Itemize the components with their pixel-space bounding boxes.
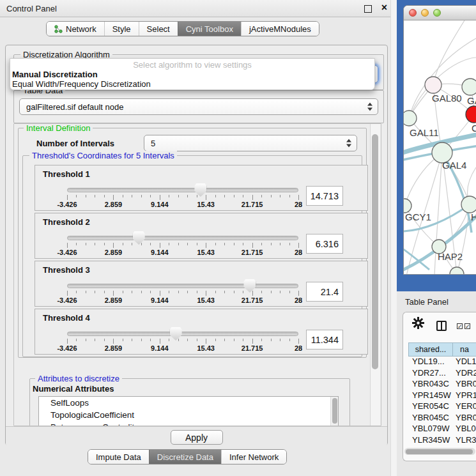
list-scrollbar[interactable] bbox=[330, 397, 338, 426]
float-window-icon[interactable] bbox=[364, 5, 372, 13]
interval-definition-title: Interval Definition bbox=[24, 123, 93, 133]
network-node-label: GCY1 bbox=[405, 211, 431, 222]
table-cell: YBR043C bbox=[408, 379, 453, 390]
apply-button[interactable]: Apply bbox=[171, 430, 223, 445]
tab-label: jActiveMNodules bbox=[249, 24, 311, 34]
network-graph: GAL80GACGAL11GAL4GCY1HHAP2 bbox=[404, 20, 476, 275]
table-cell: YPR145W bbox=[408, 390, 453, 402]
slider-tick-labels: -3.4262.8599.14415.4321.71528 bbox=[67, 344, 298, 352]
threshold-value-field[interactable]: 14.713 bbox=[306, 186, 343, 206]
table-row[interactable]: YLR345WYLR3 bbox=[408, 435, 476, 447]
column-header[interactable]: shared... bbox=[408, 342, 453, 357]
tab-network[interactable]: Network bbox=[47, 22, 104, 36]
tab-jactivemnodules[interactable]: jActiveMNodules bbox=[241, 22, 319, 36]
attribute-item[interactable]: TopologicalCoefficient bbox=[39, 409, 338, 421]
threshold-box: Threshold 3-3.4262.8599.14415.4321.71528… bbox=[35, 261, 368, 307]
network-node[interactable] bbox=[462, 79, 476, 95]
network-view-frame: GAL80GACGAL11GAL4GCY1HHAP2 bbox=[397, 0, 476, 291]
table-cell: YBL079W bbox=[408, 424, 453, 435]
table-row[interactable]: YBR043CYBR0 bbox=[408, 379, 476, 390]
select-column-checkbox-icon[interactable]: ✓ bbox=[464, 323, 470, 329]
tab-label: Select bbox=[147, 24, 170, 34]
table-settings-gear-icon[interactable] bbox=[412, 317, 424, 332]
settings-scrollpane: Interval Definition Number of Intervals … bbox=[13, 123, 381, 426]
top-tabbar: NetworkStyleSelectCyni ToolboxjActiveMNo… bbox=[46, 21, 319, 36]
threshold-value-field[interactable]: 6.316 bbox=[306, 234, 343, 254]
slider-ticks bbox=[67, 291, 298, 296]
table-row[interactable]: YDL19...YDL1 bbox=[408, 357, 476, 368]
table-row[interactable]: YBL079WYBL0 bbox=[408, 424, 476, 435]
close-window-icon[interactable] bbox=[409, 9, 417, 17]
minimize-window-icon[interactable] bbox=[421, 9, 429, 17]
threshold-label: Threshold 2 bbox=[43, 217, 90, 227]
table-row[interactable]: YPR145WYPR1 bbox=[408, 390, 476, 402]
number-of-intervals-combobox[interactable]: 5 bbox=[144, 135, 357, 151]
table-cell: YBL0 bbox=[453, 424, 476, 435]
tab-infer-network[interactable]: Infer Network bbox=[221, 450, 286, 464]
interval-definition-group: Interval Definition Number of Intervals … bbox=[18, 128, 367, 358]
select-column-checkbox-icon[interactable]: ✓ bbox=[457, 323, 463, 329]
table-cell: YLR3 bbox=[453, 435, 476, 447]
slider-track[interactable] bbox=[67, 188, 298, 192]
table-cell: YDL19... bbox=[408, 357, 453, 368]
table-row[interactable]: YDR27...YDR2 bbox=[408, 368, 476, 380]
network-node[interactable] bbox=[404, 111, 417, 126]
table-cell: YBR0 bbox=[453, 379, 476, 390]
slider-tick-labels: -3.4262.8599.14415.4321.71528 bbox=[67, 201, 298, 208]
slider-track[interactable] bbox=[67, 332, 298, 336]
slider-tick-labels: -3.4262.8599.14415.4321.71528 bbox=[67, 296, 298, 304]
slider-track[interactable] bbox=[67, 284, 298, 288]
network-edge bbox=[433, 20, 464, 85]
column-layout-icon[interactable] bbox=[436, 321, 447, 331]
network-node[interactable] bbox=[425, 77, 441, 93]
dropdown-placeholder: Select algorithm to view settings bbox=[10, 59, 374, 70]
slider-tick-labels: -3.4262.8599.14415.4321.71528 bbox=[67, 249, 298, 256]
numerical-attributes-label: Numerical Attributes bbox=[33, 384, 114, 394]
bottom-tabbar: Impute DataDiscretize DataInfer Network bbox=[88, 449, 287, 464]
combo-arrows-icon bbox=[346, 139, 351, 148]
node-table[interactable]: shared...naYDL19...YDL1YDR27...YDR2YBR04… bbox=[408, 342, 476, 448]
table-row[interactable]: YER054CYER0 bbox=[408, 401, 476, 413]
tab-style[interactable]: Style bbox=[104, 22, 139, 36]
algorithm-dropdown-popup: Select algorithm to view settings Manual… bbox=[10, 58, 375, 90]
threshold-box: Threshold 1-3.4262.8599.14415.4321.71528… bbox=[35, 165, 368, 211]
table-cell: YDR27... bbox=[408, 368, 453, 380]
network-node-label: GAL11 bbox=[410, 127, 439, 138]
tab-label: Impute Data bbox=[96, 452, 141, 462]
attribute-item[interactable]: BetweennessCentrality bbox=[39, 421, 338, 426]
tab-select[interactable]: Select bbox=[139, 22, 178, 36]
settings-vertical-scrollbar[interactable] bbox=[370, 124, 380, 426]
table-cell: YER0 bbox=[453, 401, 476, 413]
slider-track[interactable] bbox=[67, 236, 298, 240]
zoom-window-icon[interactable] bbox=[433, 9, 441, 17]
threshold-value-field[interactable]: 21.4 bbox=[306, 282, 343, 302]
attributes-group-title: Attributes to discretize bbox=[35, 374, 122, 383]
combo-arrows-icon bbox=[367, 103, 372, 111]
table-row[interactable]: YBR045CYBR0 bbox=[408, 413, 476, 424]
dropdown-item-manual[interactable]: Manual Discretization bbox=[10, 70, 374, 79]
network-node[interactable] bbox=[461, 196, 476, 213]
tab-cyni-toolbox[interactable]: Cyni Toolbox bbox=[178, 22, 241, 36]
network-node[interactable] bbox=[450, 267, 464, 275]
control-panel-titlebar: Control Panel × bbox=[0, 0, 396, 17]
scrollbar-thumb[interactable] bbox=[372, 134, 378, 369]
table-data-combobox[interactable]: galFiltered.sif default node bbox=[19, 98, 378, 115]
network-node[interactable] bbox=[404, 199, 411, 213]
network-edge bbox=[409, 38, 476, 118]
attribute-item[interactable]: SelfLoops bbox=[39, 397, 338, 409]
number-of-intervals-label: Number of Intervals bbox=[36, 139, 114, 148]
network-node-label: HAP2 bbox=[438, 251, 463, 262]
numerical-attributes-list[interactable]: SelfLoopsTopologicalCoefficientBetweenne… bbox=[38, 396, 339, 426]
threshold-label: Threshold 4 bbox=[43, 313, 90, 323]
tab-impute-data[interactable]: Impute Data bbox=[88, 450, 149, 464]
close-panel-icon[interactable]: × bbox=[381, 2, 387, 13]
dropdown-item-equal-width[interactable]: Equal Width/Frequency Discretization bbox=[10, 79, 374, 89]
tab-discretize-data[interactable]: Discretize Data bbox=[149, 450, 221, 464]
table-cell: YDL1 bbox=[453, 357, 476, 368]
table-horizontal-scrollbar[interactable] bbox=[404, 448, 475, 455]
column-header[interactable]: na bbox=[453, 342, 476, 357]
network-canvas[interactable]: GAL80GACGAL11GAL4GCY1HHAP2 bbox=[404, 20, 476, 275]
threshold-value-field[interactable]: 11.344 bbox=[306, 330, 343, 349]
table-cell: YLR345W bbox=[408, 435, 453, 447]
network-node-label: GAL4 bbox=[442, 160, 466, 171]
